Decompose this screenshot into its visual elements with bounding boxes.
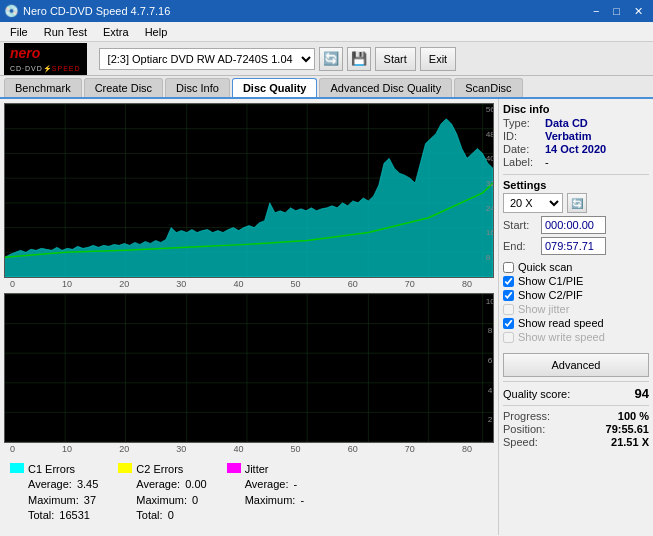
menu-bar: File Run Test Extra Help xyxy=(0,22,653,42)
disc-type-row: Type: Data CD xyxy=(503,117,649,129)
tab-disc-quality[interactable]: Disc Quality xyxy=(232,78,318,97)
checkbox-show-c2pif: Show C2/PIF xyxy=(503,289,649,301)
c1-total-value: 16531 xyxy=(59,509,90,521)
advanced-button[interactable]: Advanced xyxy=(503,353,649,377)
checkbox-show-write-speed: Show write speed xyxy=(503,331,649,343)
quality-score-label: Quality score: xyxy=(503,388,570,400)
jitter-color-swatch xyxy=(227,463,241,473)
bottom-chart-svg: 10 8 6 4 2 xyxy=(5,294,493,442)
c1-total-row: Total: 16531 xyxy=(28,508,98,523)
divider-1 xyxy=(503,174,649,175)
exit-button[interactable]: Exit xyxy=(420,47,456,71)
position-label: Position: xyxy=(503,423,545,435)
svg-text:8: 8 xyxy=(488,327,493,336)
top-chart-wrapper: 56 48 40 32 24 16 8 0 10 20 30 40 50 60 … xyxy=(4,103,494,289)
menu-extra[interactable]: Extra xyxy=(95,24,137,40)
disc-type-value: Data CD xyxy=(545,117,588,129)
window-controls: − □ ✕ xyxy=(587,4,649,19)
show-write-speed-checkbox[interactable] xyxy=(503,332,514,343)
c1-color-swatch xyxy=(10,463,24,473)
menu-run-test[interactable]: Run Test xyxy=(36,24,95,40)
svg-text:2: 2 xyxy=(488,415,493,424)
svg-text:6: 6 xyxy=(488,356,493,365)
reload-button[interactable]: 🔄 xyxy=(319,47,343,71)
checkbox-show-read-speed: Show read speed xyxy=(503,317,649,329)
show-read-speed-label[interactable]: Show read speed xyxy=(518,317,604,329)
svg-text:56: 56 xyxy=(486,105,493,114)
jitter-avg-value: - xyxy=(294,478,298,490)
speed-row: 20 X 🔄 xyxy=(503,193,649,213)
legend: C1 Errors Average: 3.45 Maximum: 37 Tota… xyxy=(4,458,494,528)
bottom-chart: 10 8 6 4 2 xyxy=(4,293,494,443)
checkbox-show-c1pie: Show C1/PIE xyxy=(503,275,649,287)
position-row: Position: 79:55.61 xyxy=(503,423,649,435)
disc-type-label: Type: xyxy=(503,117,541,129)
divider-2 xyxy=(503,381,649,382)
speed-row-progress: Speed: 21.51 X xyxy=(503,436,649,448)
svg-text:10: 10 xyxy=(486,297,493,306)
disc-info-section: Disc info Type: Data CD ID: Verbatim Dat… xyxy=(503,103,649,168)
end-label: End: xyxy=(503,240,537,252)
tab-advanced-disc-quality[interactable]: Advanced Disc Quality xyxy=(319,78,452,97)
c2-total-row: Total: 0 xyxy=(136,508,206,523)
checkboxes-section: Quick scan Show C1/PIE Show C2/PIF Show … xyxy=(503,261,649,343)
jitter-avg-row: Average: - xyxy=(245,477,304,492)
refresh-icon-btn[interactable]: 🔄 xyxy=(567,193,587,213)
checkbox-show-jitter: Show jitter xyxy=(503,303,649,315)
disc-date-label: Date: xyxy=(503,143,541,155)
show-jitter-checkbox[interactable] xyxy=(503,304,514,315)
speed-value: 21.51 X xyxy=(611,436,649,448)
start-time-input[interactable] xyxy=(541,216,606,234)
top-chart: 56 48 40 32 24 16 8 xyxy=(4,103,494,278)
show-write-speed-label: Show write speed xyxy=(518,331,605,343)
tab-benchmark[interactable]: Benchmark xyxy=(4,78,82,97)
drive-select[interactable]: [2:3] Optiarc DVD RW AD-7240S 1.04 xyxy=(99,48,315,70)
maximize-button[interactable]: □ xyxy=(607,4,626,19)
show-c2pif-checkbox[interactable] xyxy=(503,290,514,301)
disc-label-row: Label: - xyxy=(503,156,649,168)
quick-scan-checkbox[interactable] xyxy=(503,262,514,273)
bottom-chart-wrapper: 10 8 6 4 2 0 10 20 30 40 50 60 70 80 xyxy=(4,293,494,454)
end-time-row: End: xyxy=(503,237,649,255)
disc-label-value: - xyxy=(545,156,549,168)
position-value: 79:55.61 xyxy=(606,423,649,435)
show-c2pif-label[interactable]: Show C2/PIF xyxy=(518,289,583,301)
end-time-input[interactable] xyxy=(541,237,606,255)
settings-section: Settings 20 X 🔄 Start: End: xyxy=(503,179,649,255)
disc-date-row: Date: 14 Oct 2020 xyxy=(503,143,649,155)
minimize-button[interactable]: − xyxy=(587,4,605,19)
close-button[interactable]: ✕ xyxy=(628,4,649,19)
divider-3 xyxy=(503,405,649,406)
jitter-max-row: Maximum: - xyxy=(245,493,304,508)
disc-label-label: Label: xyxy=(503,156,541,168)
jitter-name: Jitter xyxy=(245,462,304,477)
speed-select[interactable]: 20 X xyxy=(503,193,563,213)
menu-help[interactable]: Help xyxy=(137,24,176,40)
c2-total-value: 0 xyxy=(168,509,174,521)
show-jitter-label: Show jitter xyxy=(518,303,569,315)
chart-area: 56 48 40 32 24 16 8 0 10 20 30 40 50 60 … xyxy=(0,99,498,535)
show-c1pie-checkbox[interactable] xyxy=(503,276,514,287)
disc-info-title: Disc info xyxy=(503,103,649,115)
nero-logo: nero CD·DVD⚡SPEED xyxy=(4,43,87,75)
tab-disc-info[interactable]: Disc Info xyxy=(165,78,230,97)
start-label: Start: xyxy=(503,219,537,231)
quick-scan-label[interactable]: Quick scan xyxy=(518,261,572,273)
c1-avg-value: 3.45 xyxy=(77,478,98,490)
c1-max-row: Maximum: 37 xyxy=(28,493,98,508)
c2-avg-value: 0.00 xyxy=(185,478,206,490)
menu-file[interactable]: File xyxy=(2,24,36,40)
show-c1pie-label[interactable]: Show C1/PIE xyxy=(518,275,583,287)
svg-text:8: 8 xyxy=(486,253,491,262)
c2-name: C2 Errors xyxy=(136,462,206,477)
bottom-chart-x-axis: 0 10 20 30 40 50 60 70 80 xyxy=(4,444,494,454)
save-button[interactable]: 💾 xyxy=(347,47,371,71)
tab-create-disc[interactable]: Create Disc xyxy=(84,78,163,97)
show-read-speed-checkbox[interactable] xyxy=(503,318,514,329)
start-button[interactable]: Start xyxy=(375,47,416,71)
top-chart-x-axis: 0 10 20 30 40 50 60 70 80 xyxy=(4,279,494,289)
settings-title: Settings xyxy=(503,179,649,191)
checkbox-quick-scan: Quick scan xyxy=(503,261,649,273)
tab-scandisc[interactable]: ScanDisc xyxy=(454,78,522,97)
c2-legend-text: C2 Errors Average: 0.00 Maximum: 0 Total… xyxy=(136,462,206,524)
